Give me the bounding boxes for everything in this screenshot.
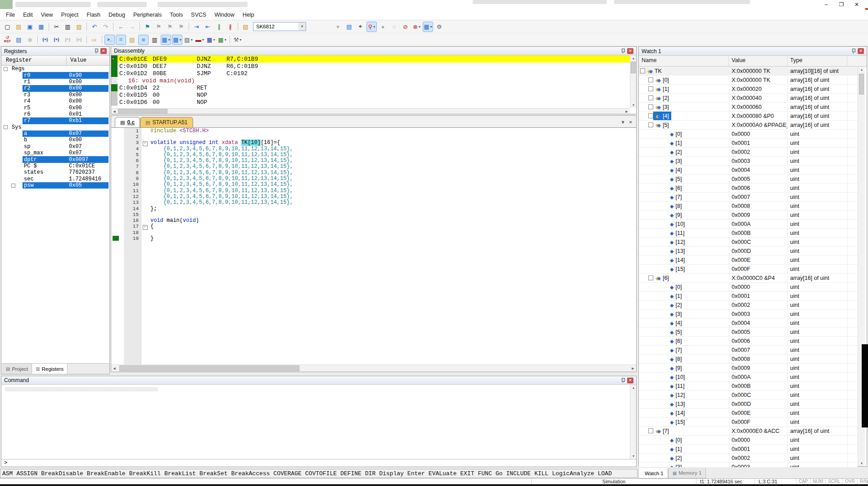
scroll-right-icon[interactable]: ▶ bbox=[624, 108, 630, 114]
toolbar-button[interactable] bbox=[49, 22, 49, 31]
command-input-line[interactable]: > bbox=[1, 459, 636, 467]
toolbar-button[interactable]: ⊗ bbox=[25, 35, 35, 45]
command-button[interactable]: Go bbox=[496, 470, 503, 477]
target-select[interactable]: SK6812 ▾ bbox=[253, 22, 306, 31]
watch-row[interactable]: [5] X:0x0000A0 &PPAGE_... array[16] of u… bbox=[639, 121, 858, 130]
scrollbar-thumb[interactable] bbox=[119, 365, 299, 371]
toolbar-button[interactable]: ⊗ bbox=[411, 22, 422, 32]
toolbar-button[interactable]: {+} bbox=[40, 35, 50, 45]
toolbar-button[interactable] bbox=[189, 22, 189, 31]
menu-item[interactable]: SVCS bbox=[187, 10, 210, 20]
toolbar-button[interactable]: ▤ bbox=[14, 35, 24, 45]
toolbar-button[interactable]: ▦ bbox=[36, 22, 46, 32]
watch-row[interactable]: [2] 0x0002 uint bbox=[639, 301, 858, 310]
code-line[interactable]: 4 {0,1,2,3,4,5,6,7,8,9,10,11,12,13,14,15… bbox=[111, 146, 636, 152]
toolbar-button[interactable]: → bbox=[127, 22, 137, 32]
watch-row[interactable]: [2] 0x0002 uint bbox=[639, 454, 858, 463]
expander-icon[interactable] bbox=[648, 428, 653, 433]
watch-row[interactable]: TK X:0x000000 TK array[10][16] of uint bbox=[639, 67, 858, 76]
watch-row[interactable]: [7] 0x0007 uint bbox=[639, 346, 858, 355]
register-row[interactable]: r0 0x90 bbox=[1, 72, 109, 78]
code-line[interactable]: 15 bbox=[111, 212, 636, 217]
toolbar-button[interactable]: ○ bbox=[389, 22, 399, 32]
command-button[interactable]: KILL bbox=[534, 470, 548, 477]
watch-row[interactable]: [12] 0x000C uint bbox=[639, 238, 858, 247]
watch-row[interactable]: [7] X:0x0000E0 &ACC array[16] of uint bbox=[639, 427, 858, 436]
register-row[interactable]: r7 0xb1 bbox=[1, 117, 109, 124]
code-line[interactable]: 14 }; bbox=[111, 206, 636, 212]
pin-icon[interactable] bbox=[851, 48, 856, 54]
code-line[interactable]: 7 {0,1,2,3,4,5,6,7,8,9,10,11,12,13,14,15… bbox=[111, 164, 636, 170]
code-line[interactable]: 2 bbox=[111, 134, 636, 140]
watch-row[interactable]: [10] 0x000A uint bbox=[639, 220, 858, 229]
toolbar-button[interactable]: ● bbox=[378, 22, 388, 32]
toolbar-button[interactable]: ▦ bbox=[172, 35, 182, 45]
watch-row[interactable]: [4] X:0x000080 &P0 array[16] of uint bbox=[639, 112, 858, 121]
column-header-value[interactable]: Value bbox=[729, 56, 787, 66]
toolbar-button[interactable]: ≡ bbox=[138, 35, 149, 45]
toolbar-button[interactable]: ∦ bbox=[225, 22, 235, 32]
watch-row[interactable]: [6] 0x0006 uint bbox=[639, 184, 858, 193]
toolbar-button[interactable] bbox=[113, 22, 113, 31]
code-line[interactable]: 11 {0,1,2,3,4,5,6,7,8,9,10,11,12,13,14,1… bbox=[111, 188, 636, 194]
code-line[interactable]: 13 {0,1,2,3,4,5,6,7,8,9,10,11,12,13,14,1… bbox=[111, 200, 636, 206]
close-button[interactable]: ✕ bbox=[849, 0, 864, 9]
register-row[interactable]: r4 0x00 bbox=[1, 98, 109, 104]
command-button[interactable]: BreakDisable bbox=[41, 470, 83, 477]
menu-item[interactable]: Peripherals bbox=[129, 10, 166, 20]
toolbar-button[interactable] bbox=[86, 36, 87, 44]
toolbar-button[interactable]: ▥ bbox=[63, 22, 73, 32]
code-line[interactable]: 18 bbox=[111, 230, 636, 235]
watch-row[interactable]: [1] 0x0001 uint bbox=[639, 139, 858, 148]
watch-row[interactable]: [6] X:0x0000C0 &P4 array[16] of uint bbox=[639, 274, 858, 283]
column-header-type[interactable]: Type bbox=[787, 56, 847, 66]
expander-icon[interactable] bbox=[640, 68, 645, 73]
command-button[interactable]: Display bbox=[379, 470, 404, 477]
minimize-button[interactable]: – bbox=[818, 0, 834, 9]
command-button[interactable]: DIR bbox=[365, 470, 375, 477]
watch-row[interactable]: [1] 0x0001 uint bbox=[639, 445, 858, 454]
register-row[interactable]: PC $ C:0x01CE bbox=[1, 163, 109, 169]
scroll-up-icon[interactable]: ▲ bbox=[630, 55, 637, 61]
scroll-down-icon[interactable]: ▼ bbox=[630, 453, 637, 459]
scroll-left-icon[interactable]: ◀ bbox=[111, 365, 118, 372]
code-line[interactable]: 10 {0,1,2,3,4,5,6,7,8,9,10,11,12,13,14,1… bbox=[111, 182, 636, 188]
pin-icon[interactable] bbox=[94, 48, 99, 54]
register-row[interactable]: Regs bbox=[1, 66, 109, 72]
expander-icon[interactable] bbox=[4, 67, 8, 71]
scrollbar-thumb[interactable] bbox=[118, 109, 167, 113]
toolbar-button[interactable] bbox=[86, 22, 87, 31]
disasm-line[interactable]: ➔ 16: void main(void) bbox=[111, 77, 630, 84]
toolbar-button[interactable]: ⚑ bbox=[176, 22, 186, 32]
watch-row[interactable]: [0] 0x0000 uint bbox=[639, 130, 858, 139]
toolbar-button[interactable]: >_ bbox=[104, 35, 115, 45]
watch-tab[interactable]: ▦ Memory 1 bbox=[668, 468, 706, 478]
command-button[interactable]: BreakList bbox=[164, 470, 196, 477]
watch-row[interactable]: [12] 0x000C uint bbox=[639, 391, 858, 400]
scrollbar-thumb[interactable] bbox=[859, 74, 864, 94]
scroll-down-icon[interactable]: ▼ bbox=[630, 102, 637, 108]
toolbar-button[interactable]: {^} bbox=[63, 35, 73, 45]
toolbar-button[interactable]: ▧ bbox=[240, 22, 251, 32]
watch-row[interactable]: [7] 0x0007 uint bbox=[639, 193, 858, 202]
command-button[interactable]: FUNC bbox=[478, 470, 492, 477]
expander-icon[interactable] bbox=[648, 77, 653, 82]
menu-item[interactable]: File bbox=[2, 10, 19, 20]
disasm-line[interactable]: ➔ C:0x01CE DFE9 DJNZ R7,C:01B9 bbox=[111, 55, 630, 63]
toolbar-button[interactable]: ⇨ bbox=[89, 35, 99, 45]
fold-icon[interactable] bbox=[141, 140, 149, 146]
watch-row[interactable]: [15] 0x000F uint bbox=[639, 418, 858, 427]
column-header-name[interactable]: Name bbox=[639, 56, 729, 66]
register-row[interactable]: psw 0x05 bbox=[1, 182, 109, 189]
menu-item[interactable]: Window bbox=[210, 10, 238, 20]
toolbar-button[interactable]: ⌗ bbox=[116, 35, 126, 45]
close-icon[interactable]: ✕ bbox=[627, 48, 633, 54]
expander-icon[interactable] bbox=[648, 275, 653, 280]
toolbar-button[interactable]: ↺ RST bbox=[2, 35, 13, 45]
register-row[interactable]: r3 0x00 bbox=[1, 92, 109, 98]
editor-horizontal-scrollbar[interactable]: ◀ ▶ bbox=[111, 364, 636, 372]
command-button[interactable]: BreakEnable bbox=[87, 470, 126, 477]
toolbar-button[interactable]: ⚙ bbox=[434, 22, 444, 32]
toolbar-button[interactable]: ▩ bbox=[217, 35, 227, 45]
watch-row[interactable]: [0] 0x0000 uint bbox=[639, 283, 858, 292]
